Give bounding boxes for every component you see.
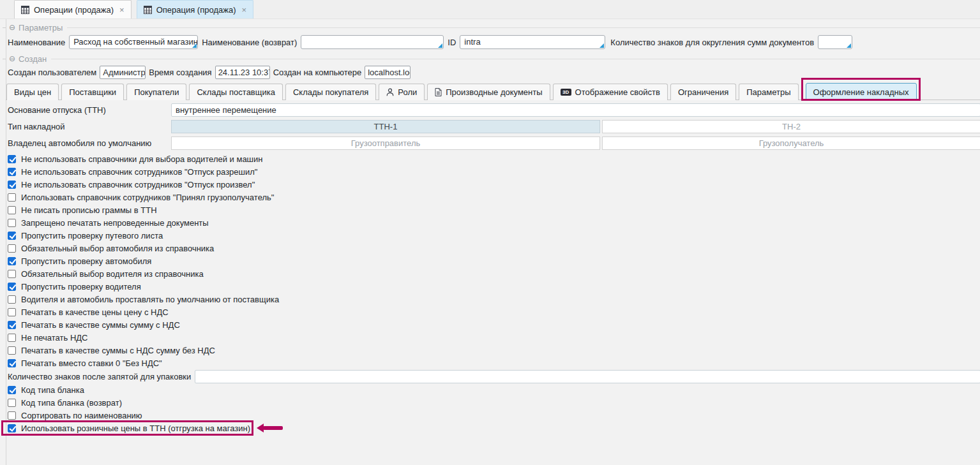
tab-label: Производные документы: [446, 87, 542, 97]
checkbox[interactable]: [8, 334, 16, 342]
created-user-input[interactable]: Администра: [100, 66, 146, 79]
checkbox-label: Использовать справочник сотрудников "При…: [21, 193, 274, 202]
checkbox[interactable]: [8, 270, 16, 278]
checkbox-list-bottom: Код типа бланка Код типа бланка (возврат…: [0, 383, 980, 434]
checkbox-label: Печатать в качестве суммы с НДС сумму бе…: [21, 346, 215, 355]
highlighted-checkbox-wrap: Использовать розничные цены в ТТН (отгру…: [0, 422, 980, 434]
checkbox-row[interactable]: Не использовать справочники для выбора в…: [0, 152, 980, 165]
checkbox[interactable]: [8, 193, 16, 202]
invoice-type-option-ttn1[interactable]: ТТН-1: [171, 120, 600, 133]
tab-derived-documents[interactable]: Производные документы: [427, 84, 550, 100]
checkbox-row-retail-prices[interactable]: Использовать розничные цены в ТТН (отгру…: [0, 422, 980, 434]
checkbox[interactable]: [8, 346, 16, 355]
checkbox[interactable]: [8, 232, 16, 240]
close-icon[interactable]: ×: [119, 5, 124, 15]
name-label: Наименование: [8, 38, 65, 47]
checkbox-row[interactable]: Не использовать справочник сотрудников "…: [0, 165, 980, 178]
basis-input[interactable]: внутреннее перемещение: [171, 103, 980, 117]
checkbox[interactable]: [8, 308, 16, 316]
tab-buyer-warehouses[interactable]: Склады покупателя: [285, 84, 376, 100]
checkbox-row[interactable]: Сортировать по наименованию: [0, 409, 980, 422]
checkbox-row[interactable]: Не писать прописью граммы в ТТН: [0, 203, 980, 216]
checkbox[interactable]: [8, 424, 16, 432]
tab-label: Оформление накладных: [813, 87, 909, 97]
tab-label: Покупатели: [134, 87, 179, 97]
document-icon: [435, 88, 442, 96]
checkbox[interactable]: [8, 155, 16, 163]
checkbox-row[interactable]: Водителя и автомобиль проставлять по умо…: [0, 293, 980, 306]
created-time-input[interactable]: 24.11.23 10:37: [215, 66, 270, 79]
checkbox-row[interactable]: Код типа бланка: [0, 383, 980, 396]
checkbox-label: Сортировать по наименованию: [21, 411, 142, 420]
invoice-type-row: Тип накладной ТТН-1 ТН-2: [0, 120, 980, 133]
checkbox-row[interactable]: Пропустить проверку путевого листа: [0, 229, 980, 242]
packaging-input[interactable]: [195, 370, 980, 383]
id-input[interactable]: intra: [460, 35, 605, 49]
doc-tab-operations-list[interactable]: Операции (продажа) ×: [14, 0, 132, 18]
group-border-line: [51, 59, 980, 59]
checkbox[interactable]: [8, 295, 16, 304]
checkbox-list: Не использовать справочники для выбора в…: [0, 152, 980, 369]
basis-label: Основание отпуска (ТТН): [0, 105, 171, 115]
tab-label: Поставщики: [69, 87, 116, 97]
checkbox-row[interactable]: Использовать справочник сотрудников "При…: [0, 191, 980, 203]
checkbox-row[interactable]: Печатать в качестве цены цену с НДС: [0, 306, 980, 318]
checkbox[interactable]: [8, 321, 16, 329]
collapse-icon[interactable]: ⊖: [9, 24, 15, 31]
name-return-input[interactable]: [301, 35, 444, 49]
created-computer-input[interactable]: localhost.loca: [365, 66, 411, 79]
checkbox-row[interactable]: Обязательный выбор водителя из справочни…: [0, 267, 980, 280]
tab-roles[interactable]: Роли: [379, 84, 425, 100]
checkbox[interactable]: [8, 244, 16, 253]
checkbox-row[interactable]: Пропустить проверку водителя: [0, 280, 980, 293]
checkbox-row[interactable]: Запрещено печатать непроведенные докумен…: [0, 216, 980, 229]
tab-suppliers[interactable]: Поставщики: [61, 84, 124, 100]
checkbox[interactable]: [8, 386, 16, 394]
checkbox[interactable]: [8, 399, 16, 407]
tab-supplier-warehouses[interactable]: Склады поставщика: [189, 84, 282, 100]
close-icon[interactable]: ×: [241, 5, 246, 15]
checkbox[interactable]: [8, 359, 16, 367]
packaging-label: Количество знаков после запятой для упак…: [0, 372, 191, 381]
invoice-type-option-tn2[interactable]: ТН-2: [602, 120, 980, 133]
checkbox-row[interactable]: Обязательный выбор автомобиля из справоч…: [0, 242, 980, 255]
tab-parameters[interactable]: Параметры: [739, 84, 798, 100]
checkbox-label: Обязательный выбор водителя из справочни…: [21, 269, 204, 279]
checkbox-row[interactable]: Печатать в качестве суммы с НДС сумму бе…: [0, 344, 980, 357]
tab-buyers[interactable]: Покупатели: [126, 84, 186, 100]
tab-restrictions[interactable]: Ограничения: [670, 84, 736, 100]
checkbox-row[interactable]: Печатать вместо ставки 0 "Без НДС": [0, 357, 980, 369]
group-title: Создан: [19, 54, 47, 64]
tab-label: Склады поставщика: [197, 87, 275, 97]
checkbox[interactable]: [8, 206, 16, 214]
car-owner-option-shipper[interactable]: Грузоотправитель: [171, 137, 600, 150]
checkbox-row[interactable]: Не печатать НДС: [0, 331, 980, 344]
checkbox-label: Пропустить проверку автомобиля: [21, 256, 151, 266]
checkbox-label: Пропустить проверку водителя: [21, 282, 141, 292]
doc-tab-operation[interactable]: Операция (продажа) ×: [137, 0, 253, 18]
checkbox-row[interactable]: Печатать в качестве суммы сумму с НДС: [0, 318, 980, 331]
basis-row: Основание отпуска (ТТН) внутреннее перем…: [0, 103, 980, 117]
checkbox-label: Пропустить проверку путевого листа: [21, 231, 163, 240]
collapse-icon[interactable]: ⊖: [9, 55, 15, 63]
checkbox[interactable]: [8, 411, 16, 420]
checkbox[interactable]: [8, 219, 16, 227]
rounding-label: Количество знаков для округления сумм до…: [610, 38, 814, 47]
tab-price-types[interactable]: Виды цен: [6, 84, 59, 100]
checkbox[interactable]: [8, 257, 16, 265]
checkbox-row[interactable]: Код типа бланка (возврат): [0, 396, 980, 409]
checkbox[interactable]: [8, 283, 16, 291]
app-window: Операции (продажа) × Операция (продажа) …: [0, 0, 980, 465]
doc-tab-label: Операции (продажа): [34, 5, 114, 15]
name-input[interactable]: Расход на собственный магазин: [69, 35, 198, 49]
person-icon: [386, 88, 394, 96]
checkbox[interactable]: [8, 181, 16, 189]
checkbox-row[interactable]: Не использовать справочник сотрудников "…: [0, 178, 980, 191]
checkbox[interactable]: [8, 168, 16, 176]
tab-label: Виды цен: [14, 87, 51, 97]
tab-properties-display[interactable]: 3D Отображение свойств: [553, 84, 668, 100]
tab-invoice-layout[interactable]: Оформление накладных: [806, 83, 917, 101]
rounding-input[interactable]: [818, 35, 852, 49]
car-owner-option-consignee[interactable]: Грузополучатель: [602, 137, 980, 150]
checkbox-row[interactable]: Пропустить проверку автомобиля: [0, 255, 980, 267]
